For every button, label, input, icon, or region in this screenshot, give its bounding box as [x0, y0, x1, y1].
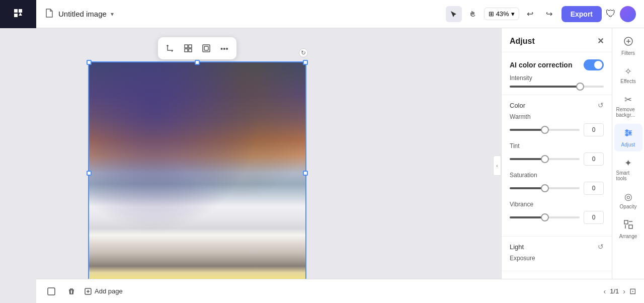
light-section: Light ↺ Exposure: [502, 237, 612, 271]
svg-rect-3: [189, 49, 192, 52]
panel-header: Adjust ✕: [502, 28, 612, 52]
vibrance-control: 0: [510, 211, 604, 224]
rotate-handle[interactable]: ↻: [299, 48, 308, 57]
adjust-panel: Adjust ✕ AI color correction Intensity C…: [501, 28, 612, 279]
saturation-control: 0: [510, 182, 604, 195]
effects-panel-item[interactable]: ✧ Effects: [614, 62, 642, 88]
vibrance-slider[interactable]: [510, 216, 580, 218]
remove-bg-label: Remove backgr...: [616, 107, 640, 118]
frame-icon: ⊞: [489, 10, 494, 18]
opacity-panel-item[interactable]: ◎ Opacity: [614, 187, 642, 213]
add-page-icon-button[interactable]: [44, 284, 58, 298]
fullscreen-button[interactable]: ⊡: [629, 286, 636, 296]
hand-tool-button[interactable]: [465, 6, 481, 22]
svg-rect-0: [185, 45, 188, 48]
bottom-bar: Add page ‹ 1/1 › ⊡: [36, 279, 644, 303]
tint-label: Tint: [510, 142, 604, 149]
filters-icon: [623, 36, 633, 49]
title-dropdown-icon[interactable]: ▾: [111, 11, 114, 18]
more-options-button[interactable]: •••: [216, 40, 232, 56]
user-avatar[interactable]: [620, 6, 636, 22]
saturation-row: Saturation 0: [510, 172, 604, 195]
canvas-area[interactable]: Page 1 •••: [0, 28, 501, 303]
intensity-section: Intensity: [502, 74, 612, 95]
panel-close-button[interactable]: ✕: [597, 36, 604, 46]
intensity-label: Intensity: [510, 74, 604, 82]
vibrance-label: Vibrance: [510, 201, 604, 208]
svg-point-8: [629, 132, 631, 134]
opacity-label: Opacity: [620, 204, 637, 209]
handle-top-left[interactable]: [87, 60, 92, 65]
top-bar-center: ⊞ 43% ▾ ↩ ↪: [446, 6, 557, 22]
zoom-control[interactable]: ⊞ 43% ▾: [484, 8, 519, 20]
color-section: Color ↺ Warmth 0 Tint: [502, 95, 612, 237]
crop-button[interactable]: [162, 40, 178, 56]
saturation-slider[interactable]: [510, 187, 580, 189]
opacity-icon: ◎: [624, 191, 632, 202]
app-logo[interactable]: [9, 4, 27, 22]
vibrance-value[interactable]: 0: [584, 211, 604, 224]
ai-correction-label: AI color correction: [510, 61, 572, 69]
svg-rect-5: [204, 46, 208, 50]
select-tool-button[interactable]: [446, 6, 462, 22]
color-reset-button[interactable]: ↺: [598, 101, 604, 109]
adjust-panel-item[interactable]: Adjust: [614, 124, 642, 152]
prev-page-button[interactable]: ‹: [604, 287, 606, 295]
tint-slider[interactable]: [510, 158, 580, 160]
undo-button[interactable]: ↩: [522, 6, 538, 22]
document-title[interactable]: Untitled image: [58, 10, 107, 18]
intensity-slider[interactable]: [510, 86, 604, 88]
top-bar-left: Untitled image ▾: [44, 8, 442, 20]
ai-correction-row: AI color correction: [502, 52, 612, 74]
selected-image-container[interactable]: ↻: [88, 61, 306, 285]
arrange-panel-item[interactable]: Arrange: [614, 215, 642, 243]
arrange-label: Arrange: [619, 234, 637, 239]
next-page-button[interactable]: ›: [623, 287, 625, 295]
arrange-icon: [623, 219, 633, 232]
delete-button[interactable]: [64, 284, 78, 298]
right-icon-panel: Filters ✧ Effects ✂ Remove backgr... Adj…: [612, 28, 644, 279]
shield-icon[interactable]: 🛡: [606, 8, 616, 20]
warmth-slider[interactable]: [510, 129, 580, 131]
color-section-title: Color ↺: [510, 101, 604, 109]
ai-correction-toggle[interactable]: [584, 59, 604, 70]
add-page-label: Add page: [95, 287, 123, 295]
zoom-level: 43%: [496, 10, 509, 18]
handle-mid-right[interactable]: [303, 171, 308, 176]
top-bar: Untitled image ▾ ⊞ 43% ▾ ↩ ↪ Export 🛡: [36, 0, 644, 28]
redo-button[interactable]: ↪: [541, 6, 557, 22]
remove-bg-panel-item[interactable]: ✂ Remove backgr...: [614, 90, 642, 122]
tint-value[interactable]: 0: [584, 153, 604, 166]
pagination: ‹ 1/1 › ⊡: [604, 286, 636, 296]
tint-row: Tint 0: [510, 142, 604, 166]
top-bar-right: Export 🛡: [561, 6, 636, 22]
canvas-image: ↻: [88, 61, 306, 285]
panel-collapse-button[interactable]: ‹: [493, 156, 501, 176]
handle-top-mid[interactable]: [195, 60, 200, 65]
document-icon: [44, 8, 54, 20]
warmth-value[interactable]: 0: [584, 123, 604, 136]
frame-overlay-button[interactable]: [198, 40, 214, 56]
smart-tools-panel-item[interactable]: ✦ Smart tools: [614, 154, 642, 185]
export-button[interactable]: Export: [561, 6, 602, 22]
add-page-button[interactable]: Add page: [85, 287, 123, 295]
warmth-control: 0: [510, 123, 604, 136]
handle-mid-left[interactable]: [87, 171, 92, 176]
zoom-chevron-icon: ▾: [511, 10, 515, 18]
toggle-thumb: [594, 61, 602, 69]
filters-panel-item[interactable]: Filters: [614, 32, 642, 60]
svg-rect-10: [624, 220, 628, 224]
filters-label: Filters: [621, 50, 635, 56]
adjust-icon: [623, 128, 633, 140]
main-area: Page 1 •••: [36, 28, 644, 303]
intensity-thumb[interactable]: [576, 83, 584, 91]
svg-rect-1: [189, 45, 192, 48]
light-reset-button[interactable]: ↺: [598, 243, 604, 251]
handle-top-right[interactable]: [303, 60, 308, 65]
svg-point-7: [626, 130, 628, 132]
saturation-value[interactable]: 0: [584, 182, 604, 195]
svg-point-9: [626, 134, 628, 136]
grid-button[interactable]: [180, 40, 196, 56]
warmth-row: Warmth 0: [510, 113, 604, 136]
tint-control: 0: [510, 153, 604, 166]
